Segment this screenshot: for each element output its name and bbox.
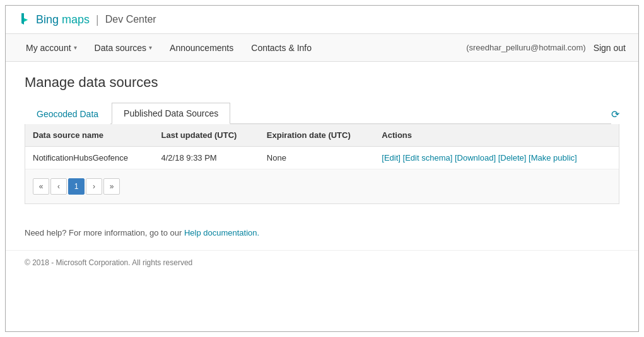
nav-left: My account ▾ Data sources ▾ Announcement…: [18, 37, 466, 59]
action-edit-schema[interactable]: [Edit schema]: [403, 153, 453, 163]
table-row: NotificationHubsGeofence 4/2/18 9:33 PM …: [25, 147, 619, 169]
pagination-area: « ‹ 1 › »: [25, 169, 619, 203]
bing-text: Bing: [36, 13, 59, 26]
refresh-icon-wrap: ⟳: [611, 108, 619, 124]
page-btn-next[interactable]: ›: [86, 178, 102, 195]
nav-contacts[interactable]: Contacts & Info: [243, 37, 319, 59]
nav-announcements[interactable]: Announcements: [162, 37, 241, 59]
data-sources-caret: ▾: [149, 44, 152, 51]
help-text-before: Need help? For more information, go to o…: [25, 228, 184, 237]
cell-actions: [Edit] [Edit schema] [Download] [Delete]…: [374, 147, 619, 169]
copyright-text: © 2018 - Microsoft Corporation. All righ…: [25, 258, 192, 267]
tabs: Geocoded Data Published Data Sources: [25, 102, 611, 124]
main-content: Manage data sources Geocoded Data Publis…: [6, 62, 638, 217]
bing-b-icon: [18, 12, 33, 27]
action-delete[interactable]: [Delete]: [498, 153, 527, 163]
data-table-wrapper: Data source name Last updated (UTC) Expi…: [25, 124, 619, 204]
page-title: Manage data sources: [25, 74, 619, 91]
devcenter-text: Dev Center: [105, 14, 156, 25]
tab-bar-wrapper: Geocoded Data Published Data Sources ⟳: [25, 102, 619, 124]
footer: © 2018 - Microsoft Corporation. All righ…: [6, 250, 638, 275]
help-documentation-link[interactable]: Help documentation.: [184, 228, 259, 237]
logo-bar: Bing maps | Dev Center: [6, 6, 638, 34]
page-btn-first[interactable]: «: [33, 178, 49, 195]
action-make-public[interactable]: [Make public]: [529, 153, 577, 163]
nav-data-sources[interactable]: Data sources ▾: [87, 37, 160, 59]
action-edit[interactable]: [Edit]: [382, 153, 401, 163]
user-email: (sreedhar_pelluru@hotmail.com): [466, 43, 586, 52]
page-btn-1[interactable]: 1: [68, 178, 85, 195]
action-download[interactable]: [Download]: [455, 153, 496, 163]
help-text: Need help? For more information, go to o…: [6, 217, 638, 245]
bing-logo: Bing maps: [18, 12, 90, 27]
col-header-expiration: Expiration date (UTC): [259, 124, 374, 147]
logo-divider: |: [96, 13, 99, 26]
page-btn-last[interactable]: »: [103, 178, 120, 195]
tab-published-data-sources[interactable]: Published Data Sources: [112, 103, 230, 124]
page-btn-prev[interactable]: ‹: [50, 178, 67, 195]
cell-last-updated: 4/2/18 9:33 PM: [154, 147, 259, 169]
maps-text: maps: [62, 13, 90, 26]
refresh-icon[interactable]: ⟳: [611, 109, 619, 120]
cell-expiration: None: [259, 147, 374, 169]
col-header-actions: Actions: [374, 124, 619, 147]
col-header-last-updated: Last updated (UTC): [154, 124, 259, 147]
tab-geocoded-data[interactable]: Geocoded Data: [25, 103, 110, 124]
nav-right: (sreedhar_pelluru@hotmail.com) Sign out: [466, 43, 626, 53]
nav-bar: My account ▾ Data sources ▾ Announcement…: [6, 34, 638, 62]
sign-out-link[interactable]: Sign out: [594, 43, 626, 53]
nav-my-account[interactable]: My account ▾: [18, 37, 85, 59]
cell-name: NotificationHubsGeofence: [25, 147, 154, 169]
table-header-row: Data source name Last updated (UTC) Expi…: [25, 124, 619, 147]
col-header-name: Data source name: [25, 124, 154, 147]
data-table: Data source name Last updated (UTC) Expi…: [25, 124, 619, 169]
my-account-caret: ▾: [74, 44, 77, 51]
